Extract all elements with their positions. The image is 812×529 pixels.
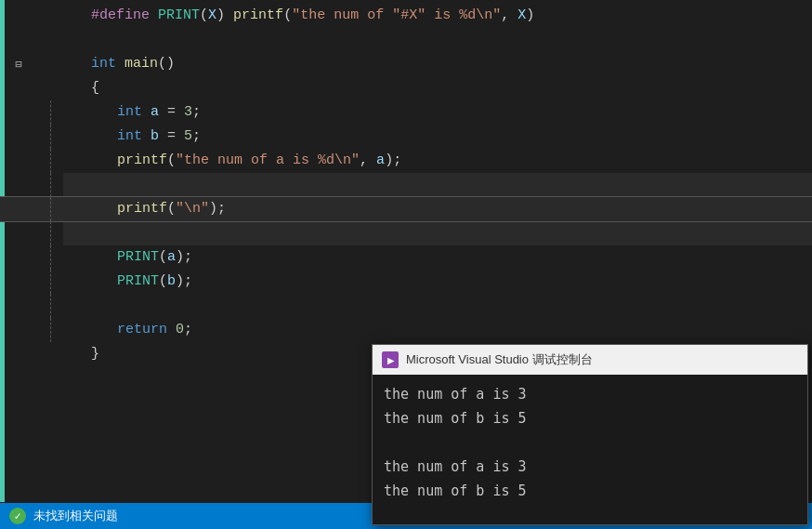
console-title-text: Microsoft Visual Studio 调试控制台 xyxy=(406,351,593,368)
indent-guide-pfa xyxy=(37,149,63,173)
indent-guide-pa xyxy=(37,245,63,270)
console-line-3: the num of a is 3 xyxy=(384,455,796,479)
indent-guide-blank3 xyxy=(37,294,63,318)
console-output: the num of a is 3 the num of b is 5 the … xyxy=(373,375,807,510)
indent-guide-b xyxy=(37,125,63,149)
gutter-main: ⊟ xyxy=(0,58,37,72)
indent-guide-pb xyxy=(37,270,63,294)
collapse-button[interactable]: ⊟ xyxy=(15,58,21,72)
console-line-2: the num of b is 5 xyxy=(384,406,796,430)
status-text: 未找到相关问题 xyxy=(33,508,118,524)
console-line-1: the num of a is 3 xyxy=(384,382,796,406)
svg-text:▶: ▶ xyxy=(387,356,395,365)
code-line-printf-n: printf("\n"); xyxy=(0,197,812,221)
console-line-4: the num of b is 5 xyxy=(384,479,796,503)
indent-guide-pfb xyxy=(37,173,63,197)
code-line-print-b: PRINT(b); xyxy=(0,270,812,294)
status-icon: ✓ xyxy=(9,508,26,524)
console-titlebar: ▶ Microsoft Visual Studio 调试控制台 xyxy=(373,345,807,375)
indent-guide-blank2 xyxy=(37,221,63,245)
indent-guide-a xyxy=(37,100,63,125)
vs-icon: ▶ xyxy=(382,351,399,368)
console-line-blank xyxy=(384,430,796,455)
debug-console-window[interactable]: ▶ Microsoft Visual Studio 调试控制台 the num … xyxy=(372,344,808,525)
indent-guide-pfn xyxy=(37,197,63,221)
code-line-define: #define PRINT(X) printf("the num of "#X"… xyxy=(0,4,812,28)
